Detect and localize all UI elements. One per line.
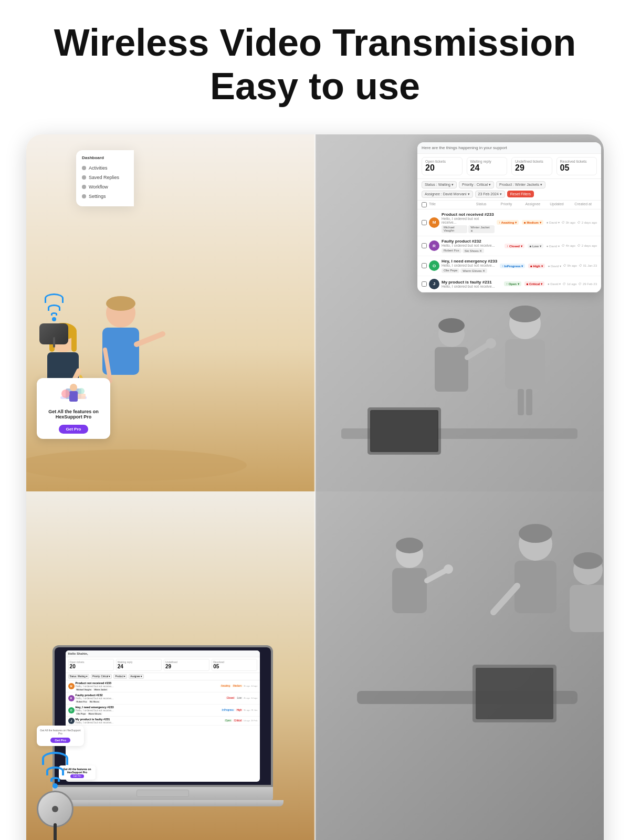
table-row: J My product is faulty #231 Hello, I ord…	[417, 276, 601, 292]
svg-point-17	[70, 384, 77, 391]
svg-point-27	[509, 306, 541, 322]
promo-widget: Get All the features on HexSupport Pro G…	[37, 378, 110, 439]
stat-active-tickets: Undefined tickets 29	[511, 157, 552, 175]
status-badge[interactable]: ↑ InProgress ▾	[500, 264, 526, 268]
table-header: Title Status Priority Assignee Updated C…	[417, 201, 601, 209]
top-section: Dashboard Activities Saved Replies Workf…	[26, 134, 604, 491]
reset-filters-button[interactable]: Reset Filters	[507, 191, 534, 197]
svg-line-3	[136, 334, 163, 344]
bottom-section: Hello Shahin, Open tickets20 Waiting rep…	[26, 491, 604, 840]
filter-date[interactable]: 23 Feb 2024 ▾	[475, 191, 505, 198]
stat-waiting-reply: Waiting reply 24	[467, 157, 508, 175]
svg-point-31	[486, 338, 496, 349]
people-scene-right	[315, 281, 604, 491]
app-screenshot-top: Here are the things happening in your su…	[417, 142, 601, 292]
mini-promo-widget-bottom: Get All the features on HexSupport Pro G…	[37, 726, 84, 746]
svg-rect-26	[526, 389, 532, 415]
top-left-panel: Dashboard Activities Saved Replies Workf…	[26, 134, 315, 491]
app-header: Here are the things happening in your su…	[417, 142, 601, 154]
priority-badge[interactable]: ■ Medium ▾	[522, 220, 543, 225]
table-row: R Faulty product #232 Hello, I ordered b…	[417, 236, 601, 256]
status-badge[interactable]: ↑ Closed ▾	[505, 244, 524, 248]
svg-line-30	[467, 344, 488, 358]
priority-badge[interactable]: ■ Low ▾	[528, 244, 543, 248]
bottom-left-panel: Hello Shahin, Open tickets20 Waiting rep…	[26, 491, 315, 840]
svg-point-5	[106, 296, 135, 311]
bottom-right-panel	[315, 491, 604, 840]
svg-point-46	[396, 538, 423, 553]
sidebar-item-settings[interactable]: Settings	[80, 192, 130, 201]
promo-title: Get All the features on HexSupport Pro	[42, 409, 105, 419]
ticket-checkbox[interactable]	[422, 263, 427, 268]
status-badge[interactable]: ↑ Open ▾	[504, 281, 521, 286]
filter-status[interactable]: Status: Waiting ▾	[422, 181, 457, 188]
table-row: M Product not received #233 Hello, I ord…	[417, 209, 601, 236]
ticket-checkbox[interactable]	[422, 281, 427, 287]
svg-rect-21	[78, 394, 86, 399]
status-badge[interactable]: ↑ Awaiting ▾	[497, 220, 519, 225]
wifi-device-bottom-left	[37, 752, 74, 827]
ticket-checkbox[interactable]	[422, 243, 427, 248]
sidebar-item-workflow[interactable]: Workflow	[80, 182, 130, 192]
svg-rect-29	[435, 347, 468, 392]
stat-resolved-tickets: Resolved tickets 05	[556, 157, 597, 175]
ticket-checkbox[interactable]	[422, 220, 427, 225]
svg-point-43	[573, 552, 603, 569]
stats-row: Open tickets 20 Waiting reply 24 Undefin…	[417, 154, 601, 179]
priority-badge[interactable]: ■ High ▾	[528, 264, 544, 268]
svg-rect-38	[514, 561, 556, 613]
vertical-divider	[314, 134, 316, 491]
priority-badge[interactable]: ■ Critical ▾	[524, 281, 544, 286]
mini-promo-get-pro-button[interactable]: Get Pro	[50, 738, 70, 743]
filter-priority[interactable]: Priority: Critical ▾	[459, 181, 494, 188]
stat-open-tickets: Open tickets 20	[422, 157, 463, 175]
svg-rect-12	[71, 331, 77, 352]
svg-point-20	[78, 388, 85, 394]
svg-line-47	[427, 570, 446, 581]
sidebar-item-activities[interactable]: Activities	[80, 163, 130, 173]
page-title: Wireless Video Transmission Easy to use	[54, 21, 576, 108]
main-card: Dashboard Activities Saved Replies Workf…	[26, 134, 604, 840]
promo-get-pro-button[interactable]: Get Pro	[59, 425, 89, 434]
svg-point-48	[444, 564, 453, 574]
svg-rect-35	[371, 411, 437, 451]
select-all-checkbox[interactable]	[422, 202, 427, 207]
svg-rect-45	[392, 568, 427, 613]
svg-rect-42	[570, 585, 604, 632]
filter-assignee[interactable]: Assignee: David Morvani ▾	[422, 191, 473, 198]
svg-point-32	[438, 318, 465, 333]
svg-rect-18	[69, 391, 78, 402]
svg-rect-24	[505, 339, 545, 389]
svg-point-19	[61, 390, 70, 398]
vertical-divider-bottom	[314, 491, 316, 840]
svg-point-39	[519, 524, 552, 543]
filter-product[interactable]: Product: Winter Jackets ▾	[496, 181, 545, 188]
app-sidebar: Dashboard Activities Saved Replies Workf…	[76, 150, 134, 206]
svg-rect-25	[518, 389, 524, 415]
wifi-device-top-left	[39, 293, 68, 344]
svg-rect-50	[476, 668, 553, 719]
svg-line-40	[494, 586, 517, 612]
filters-row: Status: Waiting ▾ Priority: Critical ▾ P…	[417, 179, 601, 201]
sidebar-item-saved-replies[interactable]: Saved Replies	[80, 173, 130, 182]
table-row: O Hey, I need emergency #233 Hello, I or…	[417, 256, 601, 276]
svg-point-0	[26, 449, 247, 481]
meeting-people-right-bottom	[315, 491, 604, 840]
